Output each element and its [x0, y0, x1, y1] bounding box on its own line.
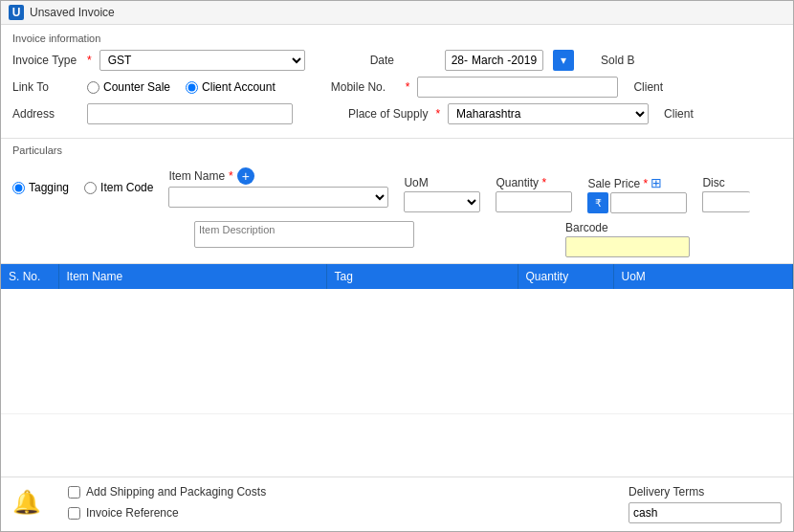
barcode-group: Barcode	[565, 221, 690, 257]
empty-row	[1, 289, 793, 413]
uom-group: UoM	[404, 176, 480, 212]
shipping-checkbox[interactable]: Add Shipping and Packaging Costs	[68, 485, 266, 499]
col-sno: S. No.	[1, 264, 58, 289]
address-input[interactable]	[87, 103, 293, 124]
date-month: March	[472, 54, 503, 67]
client-account-radio[interactable]: Client Account	[186, 80, 276, 94]
col-quantity: Quantity	[518, 264, 613, 289]
address-label: Address	[12, 107, 79, 121]
sale-price-label: Sale Price * ⊞	[587, 175, 687, 190]
rupee-button[interactable]: ₹	[587, 192, 608, 213]
items-table: S. No. Item Name Tag Quantity UoM	[1, 264, 793, 414]
table-body	[1, 289, 793, 413]
item-name-select[interactable]	[168, 187, 388, 208]
checkboxes-group: Add Shipping and Packaging Costs Invoice…	[68, 485, 266, 520]
invoice-type-select[interactable]: GST Non-GST	[99, 50, 305, 71]
link-to-radio-group: Counter Sale Client Account	[87, 80, 276, 94]
link-to-label: Link To	[12, 80, 79, 94]
shipping-checkbox-input[interactable]	[68, 486, 80, 499]
app-icon: U	[9, 5, 24, 20]
client-account-label: Client Account	[202, 80, 276, 94]
disc-input[interactable]	[702, 191, 750, 212]
particulars-section: Particulars Tagging Item Code Item Name	[1, 139, 793, 264]
quantity-label: Quantity *	[496, 176, 572, 189]
date-display: 28- March -2019	[445, 50, 543, 71]
bottom-section: 🔔 Add Shipping and Packaging Costs Invoi…	[1, 477, 793, 531]
mobile-input[interactable]	[417, 77, 618, 98]
client-right-label: Client	[633, 80, 667, 94]
quantity-group: Quantity *	[496, 176, 572, 212]
client-right-label2: Client	[664, 107, 697, 121]
tagging-radio[interactable]: Tagging	[12, 181, 69, 194]
date-day: 28-	[452, 54, 468, 67]
delivery-terms-label: Delivery Terms	[629, 485, 782, 499]
tag-row: Tagging Item Code Item Name * +	[12, 162, 782, 213]
main-window: U Unsaved Invoice Invoice information In…	[0, 0, 794, 532]
window-title: Unsaved Invoice	[30, 6, 115, 19]
item-code-radio-input[interactable]	[84, 182, 97, 194]
particulars-header: Particulars	[12, 144, 782, 156]
uom-label: UoM	[404, 176, 480, 189]
invoice-ref-checkbox-input[interactable]	[68, 507, 80, 520]
counter-sale-radio[interactable]: Counter Sale	[87, 80, 170, 94]
main-content: Invoice information Invoice Type * GST N…	[1, 25, 793, 531]
table-header-row: S. No. Item Name Tag Quantity UoM	[1, 264, 793, 289]
date-label: Date	[370, 54, 437, 67]
add-item-button[interactable]: +	[237, 167, 254, 185]
calendar-button[interactable]: ▾	[553, 50, 574, 71]
address-row: Address Place of Supply * Maharashtra De…	[12, 103, 782, 124]
title-bar: U Unsaved Invoice	[1, 1, 793, 25]
bell-icon: 🔔	[12, 489, 41, 516]
invoice-info-label: Invoice information	[12, 33, 782, 44]
col-item-name: Item Name	[58, 264, 326, 289]
counter-sale-radio-input[interactable]	[87, 81, 99, 94]
item-code-label: Item Code	[100, 181, 153, 194]
sold-label: Sold B	[601, 54, 668, 67]
date-year: -2019	[507, 54, 537, 67]
quantity-input[interactable]	[496, 191, 572, 212]
place-supply-label: Place of Supply	[348, 107, 428, 121]
tagging-radio-input[interactable]	[12, 182, 25, 194]
place-of-supply-select[interactable]: Maharashtra Delhi Karnataka	[448, 103, 649, 124]
client-account-radio-input[interactable]	[186, 81, 198, 94]
item-code-radio[interactable]: Item Code	[84, 181, 153, 194]
disc-group: Disc	[702, 176, 750, 212]
barcode-input[interactable]	[565, 236, 690, 257]
invoice-ref-checkbox[interactable]: Invoice Reference	[68, 506, 266, 520]
table-section: S. No. Item Name Tag Quantity UoM	[1, 264, 793, 477]
delivery-terms-group: Delivery Terms	[629, 485, 782, 523]
invoice-type-label: Invoice Type	[12, 54, 79, 67]
sale-price-group: Sale Price * ⊞ ₹	[587, 175, 687, 213]
sale-price-input[interactable]	[610, 192, 687, 213]
invoice-ref-label: Invoice Reference	[86, 506, 179, 520]
mobile-label: Mobile No.	[331, 80, 398, 94]
desc-barcode-row: Barcode	[194, 219, 782, 257]
counter-sale-label: Counter Sale	[103, 80, 170, 94]
uom-select[interactable]	[404, 191, 480, 212]
item-name-group: Item Name * +	[168, 167, 388, 208]
disc-label: Disc	[702, 176, 750, 189]
invoice-type-row: Invoice Type * GST Non-GST Date 28- Marc…	[12, 50, 782, 71]
link-to-row: Link To Counter Sale Client Account Mobi…	[12, 77, 782, 98]
sale-price-row: ₹	[587, 192, 687, 213]
invoice-info-section: Invoice information Invoice Type * GST N…	[1, 25, 793, 139]
shipping-label: Add Shipping and Packaging Costs	[86, 485, 266, 499]
delivery-terms-input[interactable]	[629, 502, 782, 523]
tagging-label: Tagging	[29, 181, 69, 194]
item-description-input[interactable]	[194, 221, 414, 248]
barcode-label: Barcode	[565, 221, 690, 234]
item-name-label-row: Item Name * +	[168, 167, 388, 185]
col-uom: UoM	[613, 264, 793, 289]
col-tag: Tag	[326, 264, 518, 289]
item-name-label: Item Name	[168, 169, 225, 183]
